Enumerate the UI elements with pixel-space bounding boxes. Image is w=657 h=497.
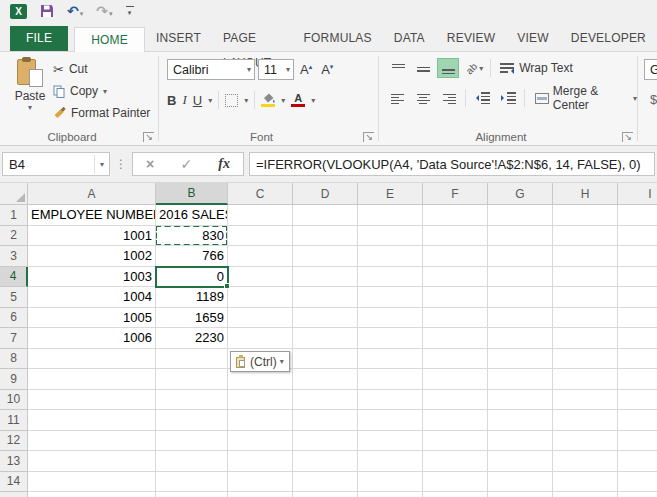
cell-B10[interactable]: [156, 390, 228, 411]
orientation-button[interactable]: ab ▾: [466, 63, 483, 74]
cell-I4[interactable]: [618, 267, 657, 288]
alignment-dialog-launcher-icon[interactable]: ↘: [622, 132, 633, 142]
wrap-text-button[interactable]: Wrap Text: [500, 61, 573, 75]
cell-F14[interactable]: [423, 472, 488, 493]
cell-I1[interactable]: [618, 205, 657, 226]
cell-G9[interactable]: [488, 369, 553, 390]
row-header-12[interactable]: 12: [0, 431, 28, 452]
cell-A15[interactable]: [28, 492, 156, 497]
tab-home[interactable]: HOME: [74, 27, 145, 52]
cell-B9[interactable]: [156, 369, 228, 390]
cell-D7[interactable]: [293, 328, 358, 349]
cell-I11[interactable]: [618, 410, 657, 431]
cell-F1[interactable]: [423, 205, 488, 226]
cell-G2[interactable]: [488, 226, 553, 247]
cell-F13[interactable]: [423, 451, 488, 472]
row-header-1[interactable]: 1: [0, 205, 28, 226]
top-align-button[interactable]: [387, 58, 409, 78]
cell-C7[interactable]: [228, 328, 293, 349]
cell-B2[interactable]: 830: [156, 226, 228, 247]
cell-H6[interactable]: [553, 308, 618, 329]
cell-C1[interactable]: [228, 205, 293, 226]
cell-G5[interactable]: [488, 287, 553, 308]
chevron-down-icon[interactable]: ▾: [311, 96, 315, 105]
column-header-D[interactable]: D: [293, 183, 358, 205]
fill-handle[interactable]: [224, 283, 230, 289]
cell-E1[interactable]: [358, 205, 423, 226]
cell-E10[interactable]: [358, 390, 423, 411]
cell-A7[interactable]: 1006: [28, 328, 156, 349]
chevron-down-icon[interactable]: ▾: [94, 155, 109, 174]
cell-E12[interactable]: [358, 431, 423, 452]
cell-I9[interactable]: [618, 369, 657, 390]
chevron-down-icon[interactable]: ▾: [633, 94, 637, 103]
cell-B15[interactable]: [156, 492, 228, 497]
cell-A1[interactable]: EMPLOYEE NUMBER: [28, 205, 156, 226]
cell-D15[interactable]: [293, 492, 358, 497]
cell-D14[interactable]: [293, 472, 358, 493]
cell-F9[interactable]: [423, 369, 488, 390]
cell-F11[interactable]: [423, 410, 488, 431]
tab-file[interactable]: FILE: [10, 26, 68, 51]
cell-I6[interactable]: [618, 308, 657, 329]
cell-A12[interactable]: [28, 431, 156, 452]
column-header-C[interactable]: C: [228, 183, 293, 205]
cell-I7[interactable]: [618, 328, 657, 349]
row-header-14[interactable]: 14: [0, 472, 28, 493]
cell-D1[interactable]: [293, 205, 358, 226]
cell-E7[interactable]: [358, 328, 423, 349]
column-header-E[interactable]: E: [358, 183, 423, 205]
cell-F2[interactable]: [423, 226, 488, 247]
row-header-13[interactable]: 13: [0, 451, 28, 472]
cell-B3[interactable]: 766: [156, 246, 228, 267]
cell-A10[interactable]: [28, 390, 156, 411]
cell-D8[interactable]: [293, 349, 358, 370]
cell-D5[interactable]: [293, 287, 358, 308]
cell-B4[interactable]: 0: [156, 267, 228, 288]
underline-button[interactable]: U: [193, 93, 202, 108]
enter-button[interactable]: ✓: [180, 156, 192, 172]
cell-A6[interactable]: 1005: [28, 308, 156, 329]
cell-C9[interactable]: [228, 369, 293, 390]
cell-H4[interactable]: [553, 267, 618, 288]
cell-I2[interactable]: [618, 226, 657, 247]
cell-H15[interactable]: [553, 492, 618, 497]
tab-insert[interactable]: INSERT: [145, 26, 212, 51]
italic-button[interactable]: I: [182, 92, 186, 108]
row-header-5[interactable]: 5: [0, 287, 28, 308]
middle-align-button[interactable]: [412, 58, 434, 78]
cell-D10[interactable]: [293, 390, 358, 411]
cell-F7[interactable]: [423, 328, 488, 349]
decrease-font-size-button[interactable]: A▾: [318, 62, 336, 77]
fill-color-button[interactable]: [261, 93, 275, 108]
cell-C13[interactable]: [228, 451, 293, 472]
increase-indent-button[interactable]: [498, 88, 518, 108]
cell-C2[interactable]: [228, 226, 293, 247]
cell-I14[interactable]: [618, 472, 657, 493]
cell-C10[interactable]: [228, 390, 293, 411]
cell-G3[interactable]: [488, 246, 553, 267]
cell-E11[interactable]: [358, 410, 423, 431]
cell-B12[interactable]: [156, 431, 228, 452]
cell-A3[interactable]: 1002: [28, 246, 156, 267]
row-header-7[interactable]: 7: [0, 328, 28, 349]
cell-G1[interactable]: [488, 205, 553, 226]
cell-B8[interactable]: [156, 349, 228, 370]
tab-view[interactable]: VIEW: [506, 26, 559, 51]
merge-center-button[interactable]: Merge & Center ▾: [535, 84, 637, 112]
column-header-G[interactable]: G: [488, 183, 553, 205]
chevron-down-icon[interactable]: ▾: [281, 96, 285, 105]
cell-D11[interactable]: [293, 410, 358, 431]
tab-page-layout[interactable]: PAGE LAYOUT: [212, 26, 293, 51]
copy-button[interactable]: Copy ▾: [53, 82, 150, 100]
align-left-button[interactable]: [387, 88, 407, 108]
cell-I8[interactable]: [618, 349, 657, 370]
column-header-I[interactable]: I: [618, 183, 657, 205]
font-color-button[interactable]: A: [291, 93, 305, 108]
format-painter-button[interactable]: Format Painter: [53, 104, 150, 122]
tab-developer[interactable]: DEVELOPER: [560, 26, 657, 51]
cell-G6[interactable]: [488, 308, 553, 329]
redo-button[interactable]: ↷ ▾: [96, 4, 112, 18]
cell-I12[interactable]: [618, 431, 657, 452]
cell-A13[interactable]: [28, 451, 156, 472]
